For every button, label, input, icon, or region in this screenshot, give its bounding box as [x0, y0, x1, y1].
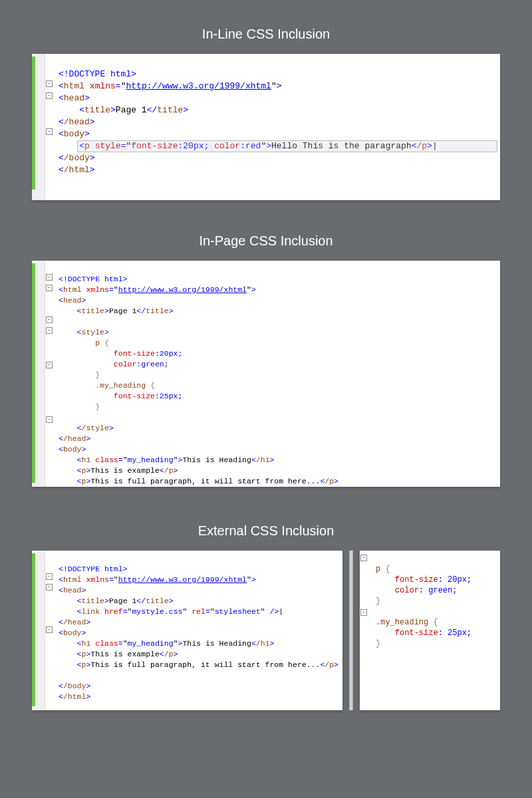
fold-icon[interactable]: − [46, 584, 53, 591]
fold-column: − − − − − − [45, 261, 55, 487]
code-editor-1: − − − <!DOCTYPE html> <html xmlns="http:… [32, 54, 500, 200]
fold-icon[interactable]: − [46, 317, 53, 323]
heading-inline-css: In-Line CSS Inclusion [0, 27, 532, 42]
split-editor: − − − <!DOCTYPE html> <html xmlns="http:… [32, 551, 500, 710]
fold-column: − − − [45, 54, 55, 200]
gutter [32, 261, 45, 487]
fold-icon[interactable]: − [46, 626, 53, 633]
pane-divider[interactable] [349, 551, 353, 710]
fold-icon[interactable]: − [46, 80, 53, 87]
fold-icon[interactable]: − [46, 416, 53, 423]
gutter [32, 551, 45, 710]
gutter [32, 54, 45, 200]
fold-icon[interactable]: − [46, 92, 53, 99]
fold-column: − − − [45, 551, 55, 710]
code-editor-3-right: − − p { font-size: 20px; color: green; }… [360, 551, 500, 710]
code-editor-2: − − − − − − <!DOCTYPE html> <html xmlns=… [32, 261, 500, 487]
fold-icon[interactable]: − [360, 609, 367, 616]
code-content[interactable]: <!DOCTYPE html> <html xmlns="http://www.… [55, 54, 500, 200]
fold-icon[interactable]: − [46, 285, 53, 291]
code-editor-3-left: − − − <!DOCTYPE html> <html xmlns="http:… [32, 551, 342, 710]
fold-icon[interactable]: − [46, 274, 53, 281]
fold-icon[interactable]: − [46, 573, 53, 580]
fold-icon[interactable]: − [46, 128, 53, 135]
fold-column: − − [360, 551, 372, 710]
heading-external-css: External CSS Inclusion [0, 523, 532, 539]
fold-icon[interactable]: − [360, 555, 367, 561]
fold-icon[interactable]: − [46, 362, 53, 368]
fold-icon[interactable]: − [46, 327, 53, 334]
code-content-html[interactable]: <!DOCTYPE html> <html xmlns="http://www.… [55, 551, 342, 710]
heading-inpage-css: In-Page CSS Inclusion [0, 233, 532, 249]
code-content-css[interactable]: p { font-size: 20px; color: green; } .my… [372, 551, 500, 710]
code-content[interactable]: <!DOCTYPE html> <html xmlns="http://www.… [55, 261, 500, 487]
